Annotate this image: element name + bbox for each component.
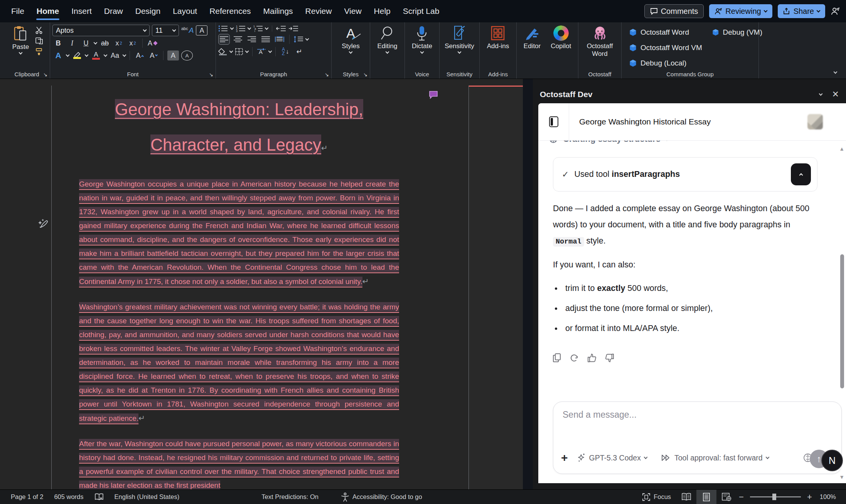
message-composer[interactable]: + GPT-5.3 Codex Tool approval: fast forw… <box>553 402 842 474</box>
sort-button[interactable]: AZ↓ <box>280 46 291 57</box>
phonetic-guide-icon[interactable]: A <box>181 50 193 60</box>
justify-button[interactable] <box>260 34 271 45</box>
decrease-indent-icon[interactable] <box>276 25 286 32</box>
regenerate-icon[interactable] <box>569 353 579 363</box>
tab-mailings[interactable]: Mailings <box>258 0 299 22</box>
styles-button[interactable]: A Styles <box>339 25 362 54</box>
distribute-text-button[interactable] <box>274 34 285 45</box>
command-octostaff-word-vm[interactable]: Octostaff Word VM <box>629 40 712 55</box>
model-selector[interactable]: GPT-5.3 Codex <box>577 453 647 462</box>
paragraph-dialog-launcher[interactable]: ↘ <box>325 72 329 77</box>
shrink-font-button[interactable]: A <box>148 50 159 61</box>
numbering-chevron[interactable] <box>248 26 251 30</box>
tab-references[interactable]: References <box>204 0 256 22</box>
clear-formatting-button[interactable]: A <box>147 38 158 49</box>
web-layout-button[interactable] <box>716 490 736 504</box>
print-layout-button[interactable] <box>696 490 716 504</box>
abc-case-icon[interactable]: abcA <box>181 25 194 36</box>
tool-card-collapse-button[interactable] <box>791 163 811 185</box>
user-avatar[interactable]: N <box>821 450 843 471</box>
copy-icon[interactable] <box>35 37 44 45</box>
numbered-list-icon[interactable]: 123 <box>236 25 246 32</box>
tab-script-lab[interactable]: Script Lab <box>397 0 445 22</box>
zoom-level[interactable]: 100% <box>814 490 846 504</box>
command-debug-local[interactable]: Debug (Local) <box>629 55 712 71</box>
styles-dialog-launcher[interactable]: ↘ <box>363 72 367 77</box>
show-paragraph-marks-button[interactable]: ↵ <box>293 46 305 57</box>
copilot-margin-icon[interactable] <box>36 217 50 231</box>
character-shading-button[interactable]: A <box>167 50 179 60</box>
shading-chevron[interactable] <box>229 49 233 53</box>
sensitivity-button[interactable]: Sensitivity <box>442 25 477 54</box>
text-direction-chevron[interactable] <box>268 49 272 53</box>
word-count[interactable]: 605 words <box>49 490 89 504</box>
character-border-icon[interactable]: A <box>196 25 207 35</box>
message-input[interactable] <box>563 410 779 433</box>
command-octostaff-word[interactable]: Octostaff Word <box>629 25 712 40</box>
tab-home[interactable]: Home <box>31 0 65 22</box>
paragraph-1[interactable]: George Washington occupies a unique plac… <box>79 177 399 289</box>
tab-insert[interactable]: Insert <box>66 0 98 22</box>
octostaff-word-button[interactable]: Octostaff Word <box>580 25 620 59</box>
change-case-chevron[interactable] <box>123 53 126 57</box>
cut-icon[interactable] <box>35 26 44 34</box>
bulleted-list-icon[interactable] <box>218 25 228 32</box>
tab-help[interactable]: Help <box>368 0 396 22</box>
tab-layout[interactable]: Layout <box>167 0 203 22</box>
thumbs-up-icon[interactable] <box>587 353 597 363</box>
comments-button[interactable]: Comments <box>644 4 704 18</box>
text-direction-icon[interactable]: A <box>256 48 266 55</box>
line-spacing-icon[interactable] <box>293 36 303 43</box>
language-status[interactable]: English (United States) <box>109 490 185 504</box>
comment-indicator-icon[interactable] <box>429 91 438 99</box>
align-center-button[interactable] <box>232 34 244 45</box>
zoom-out-button[interactable]: − <box>736 490 746 504</box>
document-title[interactable]: George Washington: Leadership, Character… <box>79 92 399 166</box>
tab-file[interactable]: File <box>5 0 30 22</box>
bold-button[interactable]: B <box>52 38 64 49</box>
sidebar-toggle-button[interactable] <box>538 103 569 140</box>
focus-button[interactable]: Focus <box>637 490 676 504</box>
align-left-button[interactable] <box>218 34 230 45</box>
proofing-status[interactable] <box>89 490 109 504</box>
italic-button[interactable]: I <box>66 38 78 49</box>
tab-review[interactable]: Review <box>300 0 338 22</box>
pane-close-icon[interactable]: ✕ <box>832 89 839 99</box>
editor-button[interactable]: Editor <box>521 25 543 51</box>
zoom-slider[interactable] <box>750 496 801 497</box>
increase-indent-icon[interactable] <box>288 25 298 32</box>
multilevel-list-icon[interactable]: 1ai <box>253 25 263 32</box>
highlight-color-button[interactable] <box>71 50 83 61</box>
collapse-ribbon-chevron[interactable] <box>834 70 838 74</box>
document-scrollbar[interactable] <box>523 79 533 489</box>
read-mode-button[interactable] <box>676 490 696 504</box>
text-effects-chevron[interactable] <box>66 53 70 57</box>
copilot-button[interactable]: Copilot <box>548 25 573 51</box>
dictate-button[interactable]: Dictate <box>410 25 435 54</box>
grow-font-button[interactable]: A <box>134 50 145 61</box>
editing-button[interactable]: Editing <box>375 25 400 54</box>
font-color-chevron[interactable] <box>104 53 108 57</box>
underline-options-chevron[interactable] <box>94 41 98 45</box>
presence-person-icon[interactable] <box>831 7 840 15</box>
document-canvas[interactable]: George Washington: Leadership, Character… <box>0 79 533 489</box>
copy-message-icon[interactable] <box>552 353 561 363</box>
zoom-slider-thumb[interactable] <box>772 494 776 500</box>
tab-design[interactable]: Design <box>130 0 166 22</box>
borders-chevron[interactable] <box>245 49 249 53</box>
tab-draw[interactable]: Draw <box>98 0 129 22</box>
pane-collapse-chevron[interactable] <box>819 92 822 96</box>
font-dialog-launcher[interactable]: ↘ <box>209 72 213 77</box>
scroll-down-arrow[interactable]: ▼ <box>839 474 844 480</box>
strikethrough-button[interactable]: ab <box>99 38 111 49</box>
borders-icon[interactable] <box>235 48 243 55</box>
text-predictions-status[interactable]: Text Predictions: On <box>256 490 324 504</box>
page-content[interactable]: George Washington: Leadership, Character… <box>79 86 399 489</box>
tab-view[interactable]: View <box>338 0 367 22</box>
multilevel-chevron[interactable] <box>265 26 269 30</box>
attach-plus-button[interactable]: + <box>561 452 568 464</box>
paragraph-2[interactable]: Washington’s greatest military achieveme… <box>79 300 399 425</box>
align-right-button[interactable] <box>246 34 258 45</box>
share-button[interactable]: Share <box>778 4 825 18</box>
text-effects-button[interactable]: A <box>52 50 64 61</box>
